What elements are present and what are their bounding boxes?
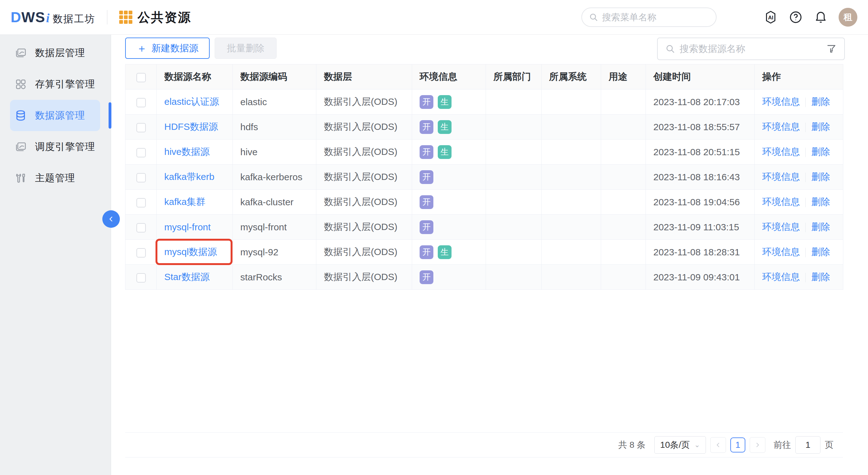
prev-page-button[interactable] xyxy=(710,437,726,453)
datasource-code: starRocks xyxy=(233,265,316,290)
dept-cell xyxy=(486,215,541,240)
delete-link[interactable]: 删除 xyxy=(811,272,830,282)
dept-cell xyxy=(486,190,541,215)
env-info-link[interactable]: 环境信息 xyxy=(762,96,800,107)
datasource-code: hdfs xyxy=(233,115,316,139)
delete-link[interactable]: 删除 xyxy=(811,147,830,157)
delete-link[interactable]: 删除 xyxy=(811,171,830,182)
table-row: hive数据源 hive 数据引入层(ODS) 开生 2023-11-08 20… xyxy=(125,139,843,165)
col-header-system: 所属系统 xyxy=(541,64,601,90)
created-time: 2023-11-09 09:43:01 xyxy=(646,265,755,290)
env-info-link[interactable]: 环境信息 xyxy=(762,196,800,207)
delete-link[interactable]: 删除 xyxy=(811,121,830,132)
dept-cell xyxy=(486,165,541,190)
row-checkbox[interactable] xyxy=(136,173,146,183)
delete-link[interactable]: 删除 xyxy=(811,196,830,207)
col-header-created: 创建时间 xyxy=(646,64,755,90)
row-checkbox[interactable] xyxy=(136,123,146,132)
col-header-layer: 数据层 xyxy=(316,64,412,90)
sidebar-collapse-button[interactable] xyxy=(102,210,120,228)
delete-link[interactable]: 删除 xyxy=(811,222,830,232)
ai-assistant-icon[interactable]: AI xyxy=(764,10,778,24)
datasource-name-link[interactable]: mysql数据源 xyxy=(164,247,217,257)
row-checkbox[interactable] xyxy=(136,223,146,232)
batch-delete-button[interactable]: 批量删除 xyxy=(215,37,277,59)
env-info-link[interactable]: 环境信息 xyxy=(762,121,800,132)
datasource-code: hive xyxy=(233,139,316,165)
env-info-link[interactable]: 环境信息 xyxy=(762,272,800,282)
table-row: elastic认证源 elastic 数据引入层(ODS) 开生 2023-11… xyxy=(125,90,843,115)
ops-divider xyxy=(805,173,806,182)
datasource-name-link[interactable]: hive数据源 xyxy=(164,147,210,157)
system-cell xyxy=(541,115,601,139)
schedule-board-icon xyxy=(14,140,27,153)
ops-divider xyxy=(805,248,806,257)
row-checkbox[interactable] xyxy=(136,198,146,208)
sidebar-item-theme[interactable]: 主题管理 xyxy=(10,162,100,194)
env-info-link[interactable]: 环境信息 xyxy=(762,222,800,232)
help-icon[interactable] xyxy=(788,10,803,24)
usage-cell xyxy=(601,215,646,240)
row-checkbox[interactable] xyxy=(136,273,146,283)
current-app-name: 公共资源 xyxy=(137,9,191,26)
created-time: 2023-11-08 19:04:56 xyxy=(646,190,755,215)
usage-cell xyxy=(601,240,646,265)
goto-page-input[interactable] xyxy=(796,436,820,454)
created-time: 2023-11-08 18:55:57 xyxy=(646,115,755,139)
delete-link[interactable]: 删除 xyxy=(811,96,830,107)
sidebar-item-storage-engine[interactable]: 存算引擎管理 xyxy=(10,68,100,100)
tools-icon xyxy=(14,172,27,184)
datasource-name-link[interactable]: elastic认证源 xyxy=(164,96,219,107)
row-checkbox[interactable] xyxy=(136,248,146,257)
filter-icon[interactable] xyxy=(826,43,837,54)
sidebar-item-datasource[interactable]: 数据源管理 xyxy=(10,100,100,131)
select-all-checkbox[interactable] xyxy=(136,73,146,82)
system-cell xyxy=(541,139,601,165)
ops-divider xyxy=(805,148,806,157)
row-checkbox[interactable] xyxy=(136,148,146,157)
app-header: DWS i 数据工坊 公共资源 AI xyxy=(0,0,868,35)
env-info-link[interactable]: 环境信息 xyxy=(762,147,800,157)
usage-cell xyxy=(601,265,646,290)
env-info-link[interactable]: 环境信息 xyxy=(762,247,800,257)
datasource-search-input[interactable] xyxy=(680,43,826,54)
logo-product-name: 数据工坊 xyxy=(53,12,95,26)
sidebar-item-schedule-engine[interactable]: 调度引擎管理 xyxy=(10,131,100,162)
table-row: Star数据源 starRocks 数据引入层(ODS) 开 2023-11-0… xyxy=(125,265,843,290)
datasource-name-link[interactable]: Star数据源 xyxy=(164,272,210,282)
page-size-value: 10条/页 xyxy=(660,439,690,451)
datasource-name-link[interactable]: HDFS数据源 xyxy=(164,121,218,132)
menu-search-input[interactable] xyxy=(602,12,705,23)
app-switcher[interactable]: 公共资源 xyxy=(119,9,191,26)
delete-link[interactable]: 删除 xyxy=(811,247,830,257)
sidebar-item-label: 主题管理 xyxy=(35,171,75,185)
menu-search-box[interactable] xyxy=(581,7,717,27)
datasource-search-box[interactable] xyxy=(657,37,845,60)
brand-logo: DWS i 数据工坊 xyxy=(11,9,95,26)
new-datasource-button[interactable]: ＋ 新建数据源 xyxy=(125,37,210,59)
new-datasource-label: 新建数据源 xyxy=(151,42,198,55)
page-size-select[interactable]: 10条/页 ⌄ xyxy=(654,436,706,454)
col-header-code: 数据源编码 xyxy=(233,64,316,90)
total-count: 共 8 条 xyxy=(618,439,646,451)
data-layer: 数据引入层(ODS) xyxy=(316,215,412,240)
next-page-button[interactable] xyxy=(750,437,765,453)
sidebar-item-label: 调度引擎管理 xyxy=(35,140,95,153)
datasource-name-link[interactable]: kafka带kerb xyxy=(164,171,214,182)
datasource-code: kafka-kerberos xyxy=(233,165,316,190)
user-avatar[interactable]: 租 xyxy=(839,8,857,27)
env-info-link[interactable]: 环境信息 xyxy=(762,171,800,182)
datasource-name-link[interactable]: mysql-front xyxy=(164,222,211,232)
datasource-name-link[interactable]: kafka集群 xyxy=(164,196,206,207)
row-checkbox[interactable] xyxy=(136,98,146,107)
datasource-code: mysql-92 xyxy=(233,240,316,265)
app-grid-icon xyxy=(119,11,132,24)
created-time: 2023-11-08 18:16:43 xyxy=(646,165,755,190)
page-number-1[interactable]: 1 xyxy=(730,438,745,452)
env-badge-dev: 开 xyxy=(420,145,433,159)
ops-divider xyxy=(805,273,806,282)
notification-bell-icon[interactable] xyxy=(813,10,828,24)
sidebar-item-data-layer[interactable]: 数据层管理 xyxy=(10,37,100,68)
env-badge-prod: 生 xyxy=(438,95,452,109)
system-cell xyxy=(541,215,601,240)
